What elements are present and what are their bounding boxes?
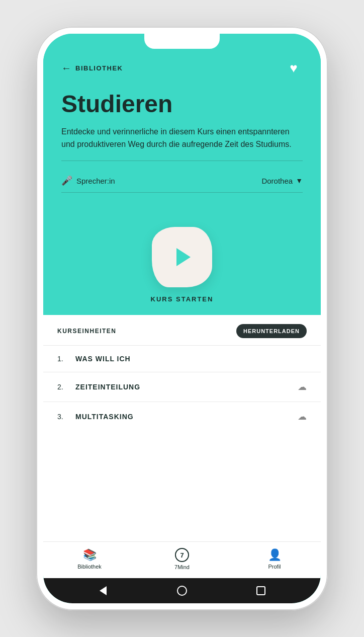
cloud-download-icon: ☁: [298, 411, 307, 422]
android-navigation-bar: [43, 578, 321, 603]
nav-label-bibliothek: Bibliothek: [77, 564, 102, 570]
course-name: ZEITEINTEILUNG: [75, 383, 140, 391]
table-row[interactable]: 2. ZEITEINTEILUNG ☁: [43, 372, 321, 402]
divider-top: [61, 161, 303, 161]
course-item-left: 2. ZEITEINTEILUNG: [57, 383, 140, 391]
phone-frame: ← BIBLIOTHEK ♥ Studieren Entdecke und ve…: [36, 27, 328, 610]
course-number: 2.: [57, 383, 69, 391]
android-home-button[interactable]: [174, 583, 190, 598]
course-item-left: 3. MULTITASKING: [57, 413, 134, 421]
bottom-nav: 📚 Bibliothek 7 7Mind 👤 Profil: [43, 541, 321, 578]
cloud-download-icon: ☁: [298, 381, 307, 392]
kurseinheiten-label: KURSEINHEITEN: [57, 328, 117, 335]
microphone-icon: 🎤: [61, 175, 72, 186]
back-arrow-icon: ←: [61, 62, 71, 74]
phone-outer: ← BIBLIOTHEK ♥ Studieren Entdecke und ve…: [0, 0, 364, 637]
header-area: ← BIBLIOTHEK ♥ Studieren Entdecke und ve…: [43, 34, 321, 213]
course-number: 1.: [57, 355, 69, 363]
play-triangle-icon: [176, 248, 191, 266]
course-description: Entdecke und verinnerliche in diesem Kur…: [61, 126, 303, 151]
speaker-selector[interactable]: Dorothea ▼: [261, 177, 303, 185]
page-title: Studieren: [61, 91, 303, 118]
chevron-down-icon: ▼: [296, 177, 303, 185]
course-name: WAS WILL ICH: [75, 355, 131, 363]
android-recent-button[interactable]: [253, 583, 268, 598]
herunterladen-button[interactable]: HERUNTERLADEN: [236, 324, 307, 338]
back-triangle-icon: [100, 586, 107, 595]
nav-item-7mind[interactable]: 7 7Mind: [136, 548, 228, 570]
table-row[interactable]: 1. WAS WILL ICH: [43, 345, 321, 372]
speaker-name: Dorothea: [261, 177, 293, 185]
profile-icon: 👤: [268, 548, 282, 562]
table-row[interactable]: 3. MULTITASKING ☁: [43, 402, 321, 431]
course-list: 1. WAS WILL ICH 2. ZEITEINTEILUNG ☁: [43, 345, 321, 541]
play-button[interactable]: [152, 227, 212, 287]
course-name: MULTITASKING: [75, 413, 134, 421]
7mind-icon: 7: [175, 548, 189, 562]
heart-icon: ♥: [290, 60, 297, 76]
android-back-button[interactable]: [96, 583, 111, 598]
nav-label-profil: Profil: [268, 564, 281, 570]
play-section: KURS STARTEN: [43, 213, 321, 315]
library-icon: 📚: [83, 548, 97, 562]
nav-item-bibliothek[interactable]: 📚 Bibliothek: [43, 548, 136, 570]
speaker-label: Sprecher:in: [76, 177, 115, 185]
screen-content: ← BIBLIOTHEK ♥ Studieren Entdecke und ve…: [43, 34, 321, 603]
speaker-left: 🎤 Sprecher:in: [61, 175, 115, 186]
kurseinheiten-header: KURSEINHEITEN HERUNTERLADEN: [43, 315, 321, 345]
phone-screen: ← BIBLIOTHEK ♥ Studieren Entdecke und ve…: [43, 34, 321, 603]
nav-label-7mind: 7Mind: [174, 564, 190, 570]
home-circle-icon: [177, 586, 187, 596]
bottom-section: KURSEINHEITEN HERUNTERLADEN 1. WAS WILL …: [43, 315, 321, 603]
play-blob: [152, 227, 212, 287]
recent-square-icon: [256, 586, 265, 595]
course-item-left: 1. WAS WILL ICH: [57, 355, 131, 363]
notch: [144, 34, 220, 49]
nav-item-profil[interactable]: 👤 Profil: [228, 548, 321, 570]
nav-title: BIBLIOTHEK: [75, 64, 123, 72]
nav-row: ← BIBLIOTHEK ♥: [61, 59, 303, 77]
back-button[interactable]: ← BIBLIOTHEK: [61, 62, 123, 74]
course-number: 3.: [57, 413, 69, 421]
speaker-row: 🎤 Sprecher:in Dorothea ▼: [61, 169, 303, 192]
kurs-starten-label: KURS STARTEN: [151, 295, 214, 303]
divider-bottom: [61, 192, 303, 193]
favorite-button[interactable]: ♥: [285, 59, 303, 77]
